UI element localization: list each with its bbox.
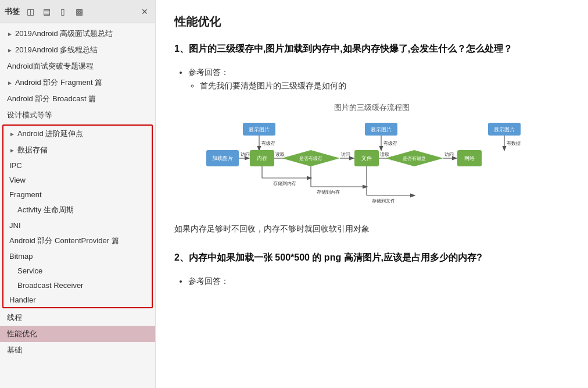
svg-text:是否有缓存: 是否有缓存 — [299, 156, 322, 161]
flowchart-title: 图片的三级缓存流程图 — [334, 102, 410, 113]
sidebar-item-handler[interactable]: Handler — [3, 293, 152, 307]
svg-text:存储到文件: 存储到文件 — [372, 198, 395, 204]
section1-heading: 1、图片的三级缓存中,图片加载到内存中,如果内存快爆了,会发生什么？怎么处理？ — [174, 41, 569, 56]
sidebar-highlighted-section: ► Android 进阶延伸点 ► 数据存储 IPC View Fragment… — [2, 124, 153, 308]
svg-text:内存: 内存 — [257, 155, 267, 161]
svg-text:访问: 访问 — [341, 152, 350, 157]
section2-heading: 2、内存中如果加载一张 500*500 的 png 高清图片,应该是占用多少的内… — [174, 250, 569, 265]
flowchart: 显示图片 显示图片 显示图片 有缓存 有缓存 有数据 加载图片 — [203, 120, 540, 213]
sidebar-item-ipc[interactable]: IPC — [3, 158, 152, 173]
view-icon-4[interactable]: ▩ — [73, 6, 85, 17]
svg-text:读取: 读取 — [380, 152, 389, 157]
svg-text:有数据: 有数据 — [507, 141, 521, 146]
svg-text:文件: 文件 — [361, 155, 372, 161]
sidebar-item-design-patterns[interactable]: 设计模式等等 — [0, 107, 155, 123]
main-content: 性能优化 1、图片的三级缓存中,图片加载到内存中,如果内存快爆了,会发生什么？怎… — [156, 0, 588, 388]
svg-text:显示图片: 显示图片 — [371, 127, 392, 133]
section1-info-text: 如果内存足够时不回收，内存不够时就回收软引用对象 — [174, 222, 569, 236]
sidebar-item-broadcast-receiver[interactable]: Broadcast Receiver — [3, 278, 152, 293]
sidebar-item-view[interactable]: View — [3, 173, 152, 187]
view-icon-1[interactable]: ◫ — [24, 6, 36, 17]
bookmark-title: 书签 — [5, 6, 20, 17]
svg-text:网络: 网络 — [464, 155, 475, 161]
svg-text:存储到内存: 存储到内存 — [317, 190, 340, 195]
sidebar-item-performance[interactable]: 性能优化 — [0, 326, 155, 342]
chevron-icon: ► — [9, 147, 15, 154]
sidebar-item-android-advanced[interactable]: ► Android 进阶延伸点 — [3, 126, 152, 142]
sidebar-item-android-course[interactable]: Android面试突破专题课程 — [0, 58, 155, 74]
section2-bullet1: 参考回答： — [188, 275, 569, 289]
sidebar-item-activity-lifecycle[interactable]: Activity 生命周期 — [3, 202, 152, 218]
sidebar-item-broadcast[interactable]: Android 部分 Broadcast 篇 — [0, 91, 155, 107]
section1-sub-bullet1: 首先我们要清楚图片的三级缓存是如何的 — [200, 79, 569, 93]
chevron-icon: ► — [7, 47, 13, 54]
section2-bullets: 参考回答： — [188, 275, 569, 289]
section1-bullet1: 参考回答： 首先我们要清楚图片的三级缓存是如何的 — [188, 66, 569, 94]
chevron-icon: ► — [7, 80, 13, 86]
sidebar-item-data-storage[interactable]: ► 数据存储 — [3, 142, 152, 158]
sidebar-item-bitmap[interactable]: Bitmap — [3, 249, 152, 264]
sidebar-item-fragment[interactable]: ► Android 部分 Fragment 篇 — [0, 74, 155, 91]
view-icon-2[interactable]: ▤ — [41, 6, 52, 17]
svg-text:是否有磁盘: 是否有磁盘 — [403, 156, 426, 161]
svg-text:有缓存: 有缓存 — [383, 141, 397, 146]
flowchart-container: 图片的三级缓存流程图 显示图片 显示图片 显示图片 — [174, 102, 569, 215]
sidebar: 书签 ◫ ▤ ▯ ▩ ✕ ► 2019Android 高级面试题总结 ► 201… — [0, 0, 156, 388]
sidebar-item-fragment2[interactable]: Fragment — [3, 187, 152, 202]
sidebar-item-threads[interactable]: 线程 — [0, 309, 155, 326]
svg-text:加载图片: 加载图片 — [212, 155, 233, 161]
svg-text:显示图片: 显示图片 — [494, 127, 515, 133]
svg-text:读取: 读取 — [275, 152, 285, 157]
svg-text:显示图片: 显示图片 — [249, 127, 270, 133]
sidebar-item-android-interview[interactable]: ► 2019Android 高级面试题总结 — [0, 26, 155, 42]
sidebar-item-service[interactable]: Service — [3, 264, 152, 278]
sidebar-header: 书签 ◫ ▤ ▯ ▩ ✕ — [0, 0, 155, 23]
view-icon-3[interactable]: ▯ — [57, 6, 69, 17]
sidebar-item-android-thread[interactable]: ► 2019Android 多线程总结 — [0, 42, 155, 58]
close-icon[interactable]: ✕ — [139, 6, 150, 17]
svg-text:访问: 访问 — [444, 152, 454, 157]
flowchart-svg: 显示图片 显示图片 显示图片 有缓存 有缓存 有数据 加载图片 — [203, 120, 540, 215]
sidebar-item-basics[interactable]: 基础 — [0, 342, 155, 358]
sidebar-item-content-provider[interactable]: Android 部分 ContentProvider 篇 — [3, 233, 152, 249]
section1-bullets: 参考回答： 首先我们要清楚图片的三级缓存是如何的 — [188, 66, 569, 94]
svg-text:访问: 访问 — [241, 152, 250, 157]
chevron-icon: ► — [7, 31, 13, 37]
sidebar-item-jni[interactable]: JNI — [3, 218, 152, 233]
svg-text:存储到内存: 存储到内存 — [273, 181, 296, 186]
svg-text:有缓存: 有缓存 — [261, 141, 275, 146]
sidebar-list: ► 2019Android 高级面试题总结 ► 2019Android 多线程总… — [0, 23, 155, 388]
chevron-icon: ► — [9, 131, 15, 137]
page-title: 性能优化 — [174, 14, 569, 30]
section1-sub-bullets: 首先我们要清楚图片的三级缓存是如何的 — [200, 79, 569, 93]
